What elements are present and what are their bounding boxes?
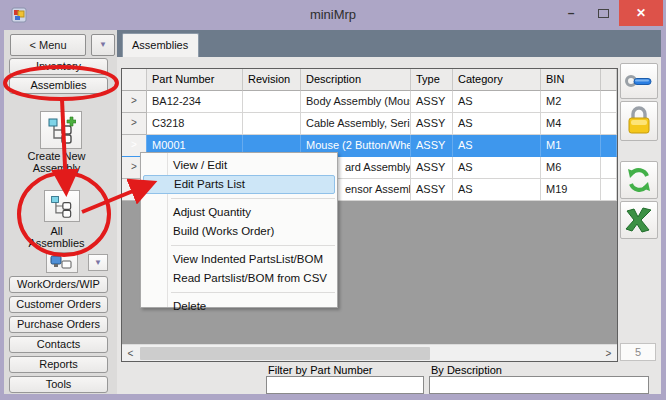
table-row[interactable]: > C3218 Cable Assembly, Serial,... ASSY … xyxy=(122,113,617,135)
cell-category: AS xyxy=(453,179,541,201)
minimize-button[interactable]: – xyxy=(555,0,587,26)
cell-bin: M1 xyxy=(541,135,601,157)
workstation-view-button[interactable] xyxy=(46,252,78,273)
chevron-down-icon: ▼ xyxy=(94,259,102,267)
cell-bin: M19 xyxy=(541,179,601,201)
menu-item-edit-parts-list[interactable]: Edit Parts List xyxy=(143,175,335,194)
table-row[interactable]: > BA12-234 Body Assembly (Mouse... ASSY … xyxy=(122,91,617,113)
key-icon xyxy=(624,70,654,92)
assemblies-view-dropdown-button[interactable]: ▼ xyxy=(88,254,108,271)
maximize-button[interactable] xyxy=(587,0,619,26)
excel-icon xyxy=(625,207,653,233)
scroll-right-icon[interactable]: > xyxy=(600,345,617,362)
sidebar-item-assemblies[interactable]: Assemblies xyxy=(9,77,108,94)
row-selector[interactable]: > xyxy=(122,91,147,113)
refresh-button[interactable] xyxy=(620,161,658,199)
all-assemblies-label-line1: All xyxy=(0,225,113,237)
sidebar-item-purchase-orders[interactable]: Purchase Orders xyxy=(9,316,108,333)
menu-item-build-works-order[interactable]: Build (Works Order) xyxy=(141,222,337,241)
col-header-revision[interactable]: Revision xyxy=(243,69,301,91)
menu-separator xyxy=(171,292,335,293)
col-header-part-number[interactable]: Part Number xyxy=(147,69,243,91)
col-header-description[interactable]: Description xyxy=(301,69,411,91)
sidebar-item-contacts[interactable]: Contacts xyxy=(9,336,108,353)
sidebar-item-tools[interactable]: Tools xyxy=(9,376,108,393)
create-new-assembly-label-line1: Create New xyxy=(0,150,113,162)
cell-type: ASSY xyxy=(411,135,453,157)
tab-assemblies[interactable]: Assemblies xyxy=(122,33,199,57)
filter-part-number-label: Filter by Part Number xyxy=(268,364,373,376)
sidebar-item-workorders[interactable]: WorkOrders/WIP xyxy=(9,276,108,293)
cell-description: Cable Assembly, Serial,... xyxy=(301,113,411,135)
cell-revision xyxy=(243,113,301,135)
title-bar[interactable]: miniMrp – ✕ xyxy=(0,0,666,30)
col-header-filler xyxy=(601,69,617,91)
org-chart-icon xyxy=(49,193,75,219)
tab-strip: Assemblies xyxy=(117,30,661,57)
filter-description-label: By Description xyxy=(431,364,502,376)
sidebar-item-inventory[interactable]: Inventory xyxy=(9,58,108,75)
cell-revision xyxy=(243,91,301,113)
scroll-left-icon[interactable]: < xyxy=(122,345,139,362)
cell-category: AS xyxy=(453,157,541,179)
all-assemblies-button[interactable] xyxy=(44,190,80,222)
cell-description: Body Assembly (Mouse... xyxy=(301,91,411,113)
cell-filler xyxy=(601,135,617,157)
cell-filler xyxy=(601,179,617,201)
org-chart-plus-icon xyxy=(46,116,76,144)
back-menu-button[interactable]: < Menu xyxy=(10,34,86,56)
menu-item-view-edit[interactable]: View / Edit xyxy=(141,156,337,175)
menu-item-read-partslist-csv[interactable]: Read Partslist/BOM from CSV xyxy=(141,269,337,288)
maximize-icon xyxy=(598,9,609,18)
cell-filler xyxy=(601,113,617,135)
all-assemblies-label-line2: Assemblies xyxy=(0,237,113,249)
header-selector-cell xyxy=(122,69,147,91)
cell-filler xyxy=(601,91,617,113)
grid-header-row: Part Number Revision Description Type Ca… xyxy=(122,69,617,91)
cell-type: ASSY xyxy=(411,113,453,135)
cell-part-number: BA12-234 xyxy=(147,91,243,113)
scrollbar-thumb[interactable] xyxy=(140,347,430,360)
app-window: miniMrp – ✕ < Menu ▼ Inventory Assemblie… xyxy=(0,0,666,400)
filter-part-number-input[interactable] xyxy=(266,376,424,394)
menu-item-view-indented-partslist[interactable]: View Indented PartsList/BOM xyxy=(141,250,337,269)
col-header-bin[interactable]: BIN xyxy=(541,69,601,91)
lock-icon xyxy=(626,106,652,136)
sidebar-item-customer-orders[interactable]: Customer Orders xyxy=(9,296,108,313)
cell-bin: M2 xyxy=(541,91,601,113)
menu-separator xyxy=(171,198,335,199)
context-menu: View / Edit Edit Parts List Adjust Quant… xyxy=(140,152,338,308)
cell-type: ASSY xyxy=(411,91,453,113)
workstation-icon xyxy=(50,255,74,271)
cell-bin: M6 xyxy=(541,157,601,179)
menu-item-delete[interactable]: Delete xyxy=(141,297,337,316)
cell-category: AS xyxy=(453,113,541,135)
create-new-assembly-button[interactable] xyxy=(40,111,82,149)
menu-item-adjust-quantity[interactable]: Adjust Quantity xyxy=(141,203,337,222)
cell-type: ASSY xyxy=(411,179,453,201)
filter-description-input[interactable] xyxy=(429,376,649,394)
menu-dropdown-button[interactable]: ▼ xyxy=(91,34,115,56)
create-new-assembly-label-line2: Assembly xyxy=(0,162,113,174)
close-button[interactable]: ✕ xyxy=(619,0,663,26)
horizontal-scrollbar[interactable]: < > xyxy=(122,344,617,361)
export-excel-button[interactable] xyxy=(620,201,658,239)
cell-bin: M4 xyxy=(541,113,601,135)
cell-category: AS xyxy=(453,91,541,113)
lock-button[interactable] xyxy=(620,101,658,141)
col-header-type[interactable]: Type xyxy=(411,69,453,91)
login-key-button[interactable] xyxy=(620,63,658,99)
cell-filler xyxy=(601,157,617,179)
col-header-category[interactable]: Category xyxy=(453,69,541,91)
cell-type: ASSY xyxy=(411,157,453,179)
cell-category: AS xyxy=(453,135,541,157)
sidebar-item-reports[interactable]: Reports xyxy=(9,356,108,373)
row-selector[interactable]: > xyxy=(122,113,147,135)
refresh-icon xyxy=(625,166,653,194)
menu-separator xyxy=(171,245,335,246)
chevron-down-icon: ▼ xyxy=(99,41,107,49)
record-count-badge: 5 xyxy=(620,343,656,361)
cell-part-number: C3218 xyxy=(147,113,243,135)
